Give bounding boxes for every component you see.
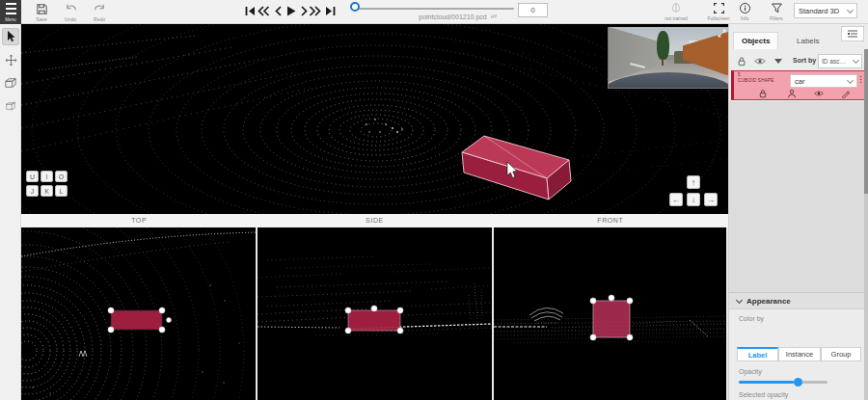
undo-button[interactable]: Undo bbox=[58, 3, 83, 22]
object-person-icon[interactable] bbox=[787, 89, 797, 98]
menu-button[interactable]: Menu bbox=[0, 0, 21, 24]
side-ortho-view[interactable] bbox=[258, 227, 492, 400]
chevron-down-icon bbox=[847, 76, 854, 83]
play-button[interactable] bbox=[284, 4, 297, 17]
brain-icon bbox=[669, 2, 683, 14]
tab-objects[interactable]: Objects bbox=[733, 32, 778, 49]
annotation-app: Menu Save Undo Redo bbox=[0, 0, 868, 400]
key-hint-j[interactable]: J bbox=[26, 185, 39, 197]
fullscreen-button[interactable]: Fullscreen bbox=[702, 2, 735, 21]
cuboid-annotation-3d bbox=[462, 136, 571, 200]
color-by-instance-button[interactable]: Instance bbox=[778, 347, 821, 361]
thumb-tree bbox=[657, 31, 669, 60]
color-by-label-button[interactable]: Label bbox=[737, 347, 778, 361]
object-category-dropdown[interactable]: car bbox=[790, 74, 857, 88]
scrollbar-thumb[interactable] bbox=[864, 49, 868, 194]
cuboid-tool-button[interactable] bbox=[2, 74, 19, 92]
object-id: 5 bbox=[738, 72, 741, 77]
object-list-item-selected[interactable]: 5 CUBOID SHAPE car ⋮ bbox=[731, 70, 867, 100]
skip-last-icon bbox=[324, 5, 337, 17]
select-tool-button[interactable] bbox=[2, 28, 19, 45]
sidebar-scrollbar[interactable] bbox=[864, 49, 868, 400]
cuboid-annotation-side bbox=[345, 306, 403, 333]
expand-icon[interactable] bbox=[718, 29, 726, 38]
info-icon bbox=[739, 2, 751, 14]
opacity-slider[interactable] bbox=[739, 381, 827, 384]
undo-icon bbox=[65, 3, 77, 15]
nav-left-button[interactable]: ← bbox=[669, 193, 683, 206]
key-hint-i[interactable]: I bbox=[41, 171, 53, 182]
front-view-label: FRONT bbox=[493, 214, 728, 227]
fast-forward-button[interactable] bbox=[309, 4, 322, 17]
lidar-pointcloud-side bbox=[258, 227, 492, 400]
left-tool-column bbox=[0, 24, 21, 400]
menu-label: Menu bbox=[5, 17, 15, 22]
appearance-header[interactable]: Appearance bbox=[729, 293, 868, 309]
object-eye-icon[interactable] bbox=[814, 89, 824, 98]
batch-cuboid-tool-button[interactable] bbox=[2, 97, 19, 115]
skip-first-icon bbox=[244, 5, 257, 17]
nav-up-button[interactable]: ↑ bbox=[687, 175, 700, 189]
frame-slider-thumb[interactable] bbox=[350, 2, 360, 12]
main-3d-view[interactable]: U I O J K L ↑ ← ↓ → bbox=[21, 24, 728, 214]
cuboid-annotation-top bbox=[108, 307, 172, 333]
object-list-empty-area bbox=[729, 101, 868, 292]
opacity-slider-thumb[interactable] bbox=[794, 378, 802, 387]
model-status-button[interactable]: not trained bbox=[662, 2, 691, 21]
frame-slider-track[interactable] bbox=[359, 8, 514, 10]
cursor-icon bbox=[5, 30, 16, 43]
skip-first-button[interactable] bbox=[243, 4, 257, 17]
object-paint-icon[interactable] bbox=[840, 89, 850, 98]
color-by-group-button[interactable]: Group bbox=[821, 347, 861, 361]
chevron-down-icon bbox=[847, 6, 854, 13]
object-lock-icon[interactable] bbox=[758, 89, 768, 98]
redo-button[interactable]: Redo bbox=[87, 3, 112, 22]
chevron-right-icon bbox=[299, 5, 310, 17]
fullscreen-icon bbox=[713, 2, 725, 14]
filename-label: pointcloud/001210.pcd bbox=[419, 13, 486, 20]
save-icon bbox=[36, 3, 48, 15]
save-button[interactable]: Save bbox=[29, 3, 54, 22]
key-hint-k[interactable]: K bbox=[41, 185, 53, 197]
frame-number-input[interactable] bbox=[518, 3, 548, 17]
skip-last-button[interactable] bbox=[323, 4, 337, 17]
filters-button[interactable]: Filters bbox=[764, 2, 789, 21]
dropdown-arrow-icon[interactable] bbox=[774, 59, 782, 65]
front-ortho-view[interactable] bbox=[494, 227, 726, 400]
sort-by-label: Sort by bbox=[793, 57, 816, 64]
nav-down-button[interactable]: ↓ bbox=[687, 193, 700, 206]
eye-icon[interactable] bbox=[754, 57, 766, 66]
hamburger-icon bbox=[6, 3, 16, 5]
arrow-up-icon: ↑ bbox=[692, 178, 695, 187]
link-icon[interactable] bbox=[490, 13, 498, 20]
lidar-pointcloud-front bbox=[494, 227, 726, 400]
top-toolbar: Menu Save Undo Redo bbox=[0, 0, 868, 24]
object-shape-label: CUBOID SHAPE bbox=[738, 78, 774, 83]
list-icon bbox=[847, 29, 858, 39]
fast-rewind-button[interactable] bbox=[257, 4, 270, 17]
key-hint-o[interactable]: O bbox=[55, 171, 68, 182]
redo-icon bbox=[94, 3, 106, 15]
object-list-toolbar: Sort by ID asc… bbox=[729, 53, 868, 70]
ortho-label-strip: TOP SIDE FRONT bbox=[21, 214, 728, 227]
info-button[interactable]: Info bbox=[733, 2, 756, 21]
prev-frame-button[interactable] bbox=[271, 4, 285, 17]
move-tool-button[interactable] bbox=[2, 51, 19, 68]
view-mode-dropdown[interactable]: Standard 3D bbox=[794, 3, 857, 18]
lidar-pointcloud-top bbox=[21, 227, 256, 400]
camera-thumbnail[interactable] bbox=[608, 27, 728, 89]
opacity-label: Opacity bbox=[739, 368, 762, 375]
nav-right-button[interactable]: → bbox=[704, 193, 718, 206]
top-ortho-view[interactable] bbox=[21, 227, 256, 400]
lock-icon[interactable] bbox=[737, 56, 746, 67]
sort-dropdown[interactable]: ID asc… bbox=[818, 54, 862, 68]
key-hint-l[interactable]: L bbox=[55, 185, 68, 197]
chevron-down-icon bbox=[853, 57, 859, 64]
key-hint-u[interactable]: U bbox=[26, 171, 39, 182]
selected-opacity-label: Selected opacity bbox=[739, 391, 788, 398]
tab-labels[interactable]: Labels bbox=[789, 32, 827, 49]
move-icon bbox=[5, 54, 17, 67]
right-sidebar: Objects Labels Sort by ID asc… 5 CUBOID … bbox=[728, 24, 868, 400]
arrow-left-icon: ← bbox=[672, 196, 680, 204]
collapse-panel-button[interactable] bbox=[841, 26, 864, 41]
